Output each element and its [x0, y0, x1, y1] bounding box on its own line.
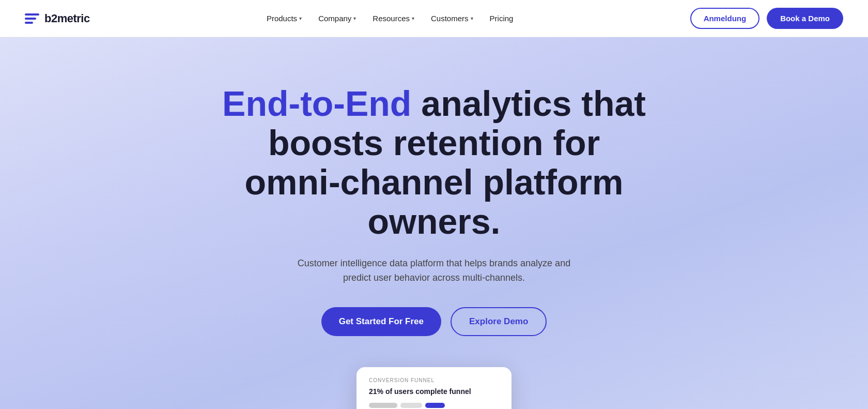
- dashboard-preview: CONVERSION FUNNEL 21% of users complete …: [0, 367, 868, 409]
- nav-links: Products ▾ Company ▾ Resources ▾ Custome…: [259, 10, 521, 27]
- hero-buttons: Get Started For Free Explore Demo: [222, 307, 646, 336]
- explore-demo-button[interactable]: Explore Demo: [451, 307, 547, 336]
- hero-title: End-to-End analytics that boosts retenti…: [222, 84, 646, 241]
- logo-link[interactable]: b2metric: [25, 12, 90, 25]
- get-started-button[interactable]: Get Started For Free: [321, 307, 441, 336]
- chevron-down-icon: ▾: [299, 16, 302, 21]
- hero-subtitle: Customer intelligence data platform that…: [284, 256, 584, 286]
- nav-link-resources[interactable]: Resources ▾: [365, 10, 422, 27]
- chevron-down-icon: ▾: [471, 16, 473, 21]
- hero-title-highlight: End-to-End: [222, 84, 411, 123]
- logo-text: b2metric: [44, 12, 90, 25]
- nav-link-customers[interactable]: Customers ▾: [424, 10, 481, 27]
- logo-icon: [25, 13, 39, 24]
- nav-link-products[interactable]: Products ▾: [259, 10, 309, 27]
- nav-item-products[interactable]: Products ▾: [259, 10, 309, 27]
- nav-link-pricing[interactable]: Pricing: [483, 10, 521, 27]
- nav-item-customers[interactable]: Customers ▾: [424, 10, 481, 27]
- funnel-bar-3: [425, 403, 445, 408]
- funnel-bar-2: [400, 403, 422, 408]
- chevron-down-icon: ▾: [412, 16, 414, 21]
- card-title: 21% of users complete funnel: [369, 387, 499, 396]
- funnel-bars: [369, 403, 499, 408]
- hero-section: End-to-End analytics that boosts retenti…: [0, 37, 868, 409]
- nav-item-resources[interactable]: Resources ▾: [365, 10, 422, 27]
- login-button[interactable]: Anmeldung: [690, 8, 760, 29]
- nav-item-company[interactable]: Company ▾: [311, 10, 363, 27]
- nav-link-company[interactable]: Company ▾: [311, 10, 363, 27]
- funnel-bar-1: [369, 403, 397, 408]
- book-demo-button[interactable]: Book a Demo: [767, 8, 843, 29]
- chevron-down-icon: ▾: [353, 16, 356, 21]
- conversion-funnel-card: CONVERSION FUNNEL 21% of users complete …: [357, 367, 512, 409]
- card-label: CONVERSION FUNNEL: [369, 377, 499, 383]
- nav-item-pricing[interactable]: Pricing: [483, 10, 521, 27]
- hero-content: End-to-End analytics that boosts retenti…: [212, 84, 656, 367]
- navbar: b2metric Products ▾ Company ▾ Resources …: [0, 0, 868, 37]
- nav-actions: Anmeldung Book a Demo: [690, 8, 843, 29]
